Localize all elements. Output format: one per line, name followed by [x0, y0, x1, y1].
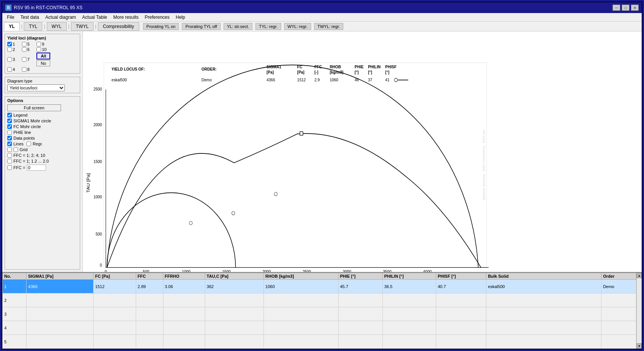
cell-phie [338, 293, 382, 307]
table-row[interactable]: 5 [3, 335, 636, 349]
minimize-button[interactable]: ─ [613, 5, 620, 11]
status-twyl: TWYL: regr. [314, 23, 344, 30]
cb-locus-5-input[interactable] [22, 42, 26, 46]
cell-philin: 36.5 [382, 280, 436, 293]
yield-loci-title: Yield loci (diagram) [7, 36, 77, 40]
tab-yl[interactable]: YL [4, 22, 20, 31]
tab-wyl[interactable]: WYL [47, 22, 67, 31]
cell-rhob: 1060 [264, 280, 338, 293]
svg-text:2.9: 2.9 [315, 77, 320, 82]
svg-text:0: 0 [105, 269, 107, 272]
option-ffc3-cb[interactable] [7, 165, 12, 170]
option-fc-mohr-cb[interactable] [7, 124, 12, 129]
option-regr-cb[interactable] [26, 142, 31, 146]
tab-tyl[interactable]: TYL [24, 22, 42, 31]
option-grid-cb1[interactable] [7, 147, 12, 152]
cell-tauc [205, 293, 264, 307]
cb-locus-2-input[interactable] [7, 47, 12, 52]
menu-preferences[interactable]: Preferences [142, 14, 173, 21]
option-ffc2-cb[interactable] [7, 159, 12, 163]
svg-text:[Pa]: [Pa] [297, 70, 305, 75]
menu-test-data[interactable]: Test data [17, 14, 42, 21]
cell-no: 1 [3, 280, 26, 293]
option-fc-mohr: FC Mohr circle [7, 124, 77, 129]
table-row[interactable]: 2 [3, 293, 636, 307]
svg-text:2000: 2000 [94, 122, 102, 127]
cb-locus-7: 7 [22, 53, 36, 66]
option-phie-line-cb[interactable] [7, 130, 12, 135]
menu-actual-table[interactable]: Actual Table [79, 14, 110, 21]
col-tauc: TAU,C [Pa] [205, 273, 264, 280]
cb-locus-9-input[interactable] [36, 42, 41, 46]
table-row[interactable]: 4 [3, 321, 636, 335]
menu-more-results[interactable]: More results [110, 14, 142, 21]
scroll-down-button[interactable]: ▼ [637, 343, 642, 349]
full-screen-button[interactable]: Full screen [7, 104, 61, 111]
cell-no: 3 [3, 307, 26, 321]
svg-text:PHIE: PHIE [355, 64, 364, 69]
scroll-up-button[interactable]: ▲ [637, 273, 642, 278]
svg-text:500: 500 [143, 269, 149, 272]
svg-text:1000: 1000 [94, 194, 102, 199]
cb-locus-4-input[interactable] [7, 67, 12, 72]
option-grid-cb2[interactable] [13, 147, 18, 152]
table-wrapper: No. SIGMA1 [Pa] FC [Pa] FFC FFRHO TAU,C … [2, 273, 642, 349]
table-scroll-area: No. SIGMA1 [Pa] FC [Pa] FFC FFRHO TAU,C … [2, 273, 636, 349]
cb-locus-1-input[interactable] [7, 42, 12, 46]
option-grid: Grid [7, 147, 77, 152]
svg-text:ORDER:: ORDER: [201, 66, 216, 71]
menu-help[interactable]: Help [173, 14, 188, 21]
tab-compressibility[interactable]: Compressibility [98, 22, 139, 31]
cb-locus-6-input[interactable] [22, 47, 26, 52]
svg-text:[°]: [°] [368, 70, 372, 75]
btn-no[interactable]: No [36, 60, 50, 66]
tab-bar: YL | TYL | WYL | TWYL | Compressibility … [2, 21, 642, 31]
col-ffc: FFC [136, 273, 163, 280]
cb-locus-3-input[interactable] [7, 57, 12, 62]
diagram-type-select[interactable]: Yield locus/loci [7, 84, 65, 91]
vertical-scrollbar[interactable]: ▲ ▼ [636, 273, 642, 349]
option-legend-cb[interactable] [7, 113, 12, 117]
tab-twyl[interactable]: TWYL [71, 22, 94, 31]
maximize-button[interactable]: □ [622, 5, 629, 11]
svg-text:0: 0 [100, 262, 102, 267]
option-sigma1-mohr-cb[interactable] [7, 119, 12, 123]
option-lines-cb[interactable] [7, 142, 12, 146]
option-data-points-cb[interactable] [7, 136, 12, 140]
col-order: Order [601, 273, 636, 280]
status-prorating-yl: Prorating YL on [143, 23, 179, 30]
svg-text:[°]: [°] [385, 70, 389, 75]
option-ffc1-cb[interactable] [7, 153, 12, 158]
options-section: Options Full screen Legend SIGMA1 Mohr c… [5, 96, 80, 270]
svg-text:37: 37 [368, 77, 372, 82]
cell-no: 2 [3, 293, 26, 307]
col-rhob: RHOB [kg/m3] [264, 273, 338, 280]
col-ffrho: FFRHO [163, 273, 205, 280]
btn-all[interactable]: All [36, 53, 50, 59]
col-phisf: PHISF [°] [436, 273, 486, 280]
diagram-type-label: Diagram type [7, 79, 77, 83]
option-ffc3: FFC = [7, 165, 77, 171]
svg-text:1512: 1512 [297, 77, 306, 82]
ffc-value-input[interactable] [27, 165, 46, 171]
option-lines: Lines Regr. [7, 142, 77, 146]
svg-text:2000: 2000 [262, 269, 271, 272]
options-list: Legend SIGMA1 Mohr circle FC Mohr circle [7, 113, 77, 171]
svg-text:3500: 3500 [383, 269, 391, 272]
table-row[interactable]: 1 4366 1512 2.89 3.06 362 1060 45.7 36.5… [3, 280, 636, 293]
cb-locus-7-input[interactable] [22, 57, 26, 62]
close-button[interactable]: ✕ [631, 5, 639, 11]
menu-file[interactable]: File [4, 14, 17, 21]
col-bulk-solid: Bulk Solid [486, 273, 601, 280]
svg-text:500: 500 [96, 231, 102, 236]
table-row[interactable]: 3 [3, 307, 636, 321]
title-bar: R RSV 95 in RST-CONTROL 95 XS ─ □ ✕ [2, 2, 642, 13]
table-body: 1 4366 1512 2.89 3.06 362 1060 45.7 36.5… [3, 280, 636, 349]
cb-locus-8: 8 [22, 67, 36, 72]
menu-actual-diagram[interactable]: Actual diagram [42, 14, 79, 21]
cb-locus-8-input[interactable] [22, 67, 26, 72]
option-legend: Legend [7, 113, 77, 117]
svg-text:TAU [Pa]: TAU [Pa] [86, 173, 91, 193]
col-phie: PHIE [°] [338, 273, 382, 280]
cb-locus-10-input[interactable] [36, 47, 41, 52]
